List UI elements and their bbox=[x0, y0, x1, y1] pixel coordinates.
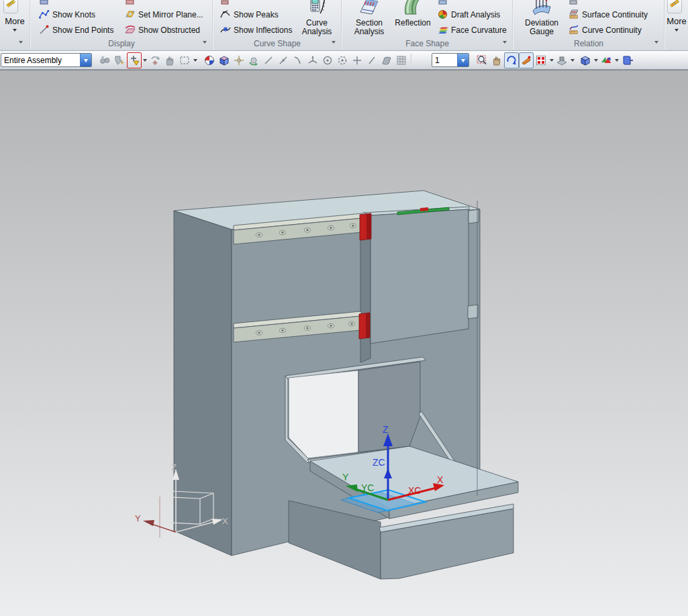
item-label: Curve Analysis bbox=[295, 19, 338, 36]
group-display-caret-icon[interactable] bbox=[203, 41, 207, 46]
filter-arrow-button[interactable] bbox=[112, 52, 127, 68]
work-layer-combo[interactable]: 1 bbox=[432, 53, 469, 67]
selection-filter-caret-icon[interactable] bbox=[142, 52, 148, 68]
partial-icon bbox=[438, 0, 448, 5]
snap-point-on-curve-button[interactable] bbox=[364, 52, 379, 68]
ribbon-item-face-curvature[interactable]: Face Curvature bbox=[438, 23, 507, 36]
book-icon bbox=[621, 54, 633, 66]
rectangle-select-button[interactable] bbox=[177, 52, 192, 68]
rotate-crosshair-icon bbox=[149, 54, 161, 66]
more-left-group-caret-icon[interactable] bbox=[19, 41, 23, 46]
rectangle-select-caret-icon[interactable] bbox=[192, 52, 198, 68]
more-right-gallery-button[interactable] bbox=[667, 0, 682, 13]
pan-button[interactable] bbox=[489, 52, 504, 68]
deviation-gauge-icon bbox=[530, 0, 553, 16]
group-curve-shape-caret-icon[interactable] bbox=[332, 41, 336, 46]
more-right-label[interactable]: More bbox=[665, 16, 688, 26]
ribbon: More Show Knots Show End Points bbox=[0, 0, 688, 51]
top-rail-carriage-red[interactable] bbox=[420, 207, 428, 211]
3d-model-canvas[interactable]: Z X Y Z ZC X XC Y YC bbox=[0, 70, 688, 616]
snap-point-on-curve-icon bbox=[366, 54, 378, 66]
wcs-y-axis[interactable] bbox=[152, 524, 176, 532]
ribbon-group-face-shape: Section Analysis Reflection Draft Analys… bbox=[342, 0, 512, 50]
ribbon-item-curve-continuity[interactable]: Curve Continuity bbox=[569, 23, 642, 36]
snapshot-button[interactable] bbox=[554, 52, 569, 68]
selection-filter-icon bbox=[128, 54, 140, 66]
rotate-handles-button[interactable] bbox=[246, 52, 261, 68]
ribbon-item-show-knots[interactable]: Show Knots bbox=[39, 7, 95, 21]
snap-existing-point-icon bbox=[351, 54, 363, 66]
triad-y-label: Y bbox=[342, 472, 349, 482]
snap-grid-point-button[interactable] bbox=[394, 52, 409, 68]
graphics-window[interactable]: Z X Y Z ZC X XC Y YC bbox=[0, 70, 688, 616]
ribbon-item-show-peaks[interactable]: Show Peaks bbox=[220, 7, 279, 21]
editable-object-display-button[interactable] bbox=[620, 52, 634, 68]
render-style-button[interactable] bbox=[599, 52, 613, 68]
snap-tangent-icon bbox=[307, 54, 319, 66]
snap-arc-end-button[interactable] bbox=[291, 52, 305, 68]
group-face-shape-caret-icon[interactable] bbox=[503, 41, 507, 46]
quick-pick-button[interactable] bbox=[202, 52, 217, 68]
ribbon-item-surface-continuity[interactable]: Surface Continuity bbox=[569, 7, 648, 21]
ribbon-item-show-obstructed[interactable]: Show Obstructed bbox=[125, 23, 200, 36]
ribbon-item-set-mirror-plane[interactable]: Set Mirror Plane... bbox=[125, 7, 203, 21]
snap-mid-point-button[interactable] bbox=[276, 52, 291, 68]
more-left-label[interactable]: More bbox=[0, 16, 30, 26]
section-analysis-icon bbox=[358, 0, 381, 16]
item-label: Show Peaks bbox=[234, 9, 279, 19]
zoom-button[interactable] bbox=[475, 52, 489, 68]
hand-pin-icon bbox=[164, 54, 176, 66]
work-layer-dropdown-icon[interactable] bbox=[457, 54, 469, 66]
snap-end-point-button[interactable] bbox=[261, 52, 276, 68]
item-label: Show Knots bbox=[52, 9, 95, 19]
cabinet-left-face[interactable] bbox=[174, 211, 232, 556]
hand-tool-button[interactable] bbox=[162, 52, 177, 68]
snap-arc-center-button[interactable] bbox=[320, 52, 335, 68]
shaded-display-button[interactable] bbox=[578, 52, 593, 68]
show-inflections-icon bbox=[220, 24, 231, 35]
more-right-caret-icon[interactable] bbox=[675, 29, 679, 34]
render-style-caret-icon[interactable] bbox=[613, 52, 620, 68]
snap-existing-point-button[interactable] bbox=[350, 52, 364, 68]
ribbon-more-right-section: More bbox=[665, 0, 688, 50]
orient-view-button[interactable] bbox=[519, 52, 534, 68]
ribbon-item-show-end-points[interactable]: Show End Points bbox=[39, 23, 113, 36]
snap-point-on-face-button[interactable] bbox=[379, 52, 394, 68]
snapshot-caret-icon[interactable] bbox=[569, 52, 575, 68]
group-label-relation: Relation bbox=[513, 39, 664, 48]
show-knots-icon bbox=[39, 9, 50, 19]
partial-icon bbox=[569, 0, 579, 5]
slider-plate-front-face[interactable] bbox=[371, 209, 469, 344]
group-label-curve-shape: Curve Shape bbox=[213, 39, 341, 48]
more-left-caret-icon[interactable] bbox=[13, 29, 17, 34]
find-component-button[interactable] bbox=[97, 52, 112, 68]
snap-tangent-point-button[interactable] bbox=[305, 52, 320, 68]
partial-icon bbox=[220, 0, 231, 5]
item-label: Surface Continuity bbox=[582, 9, 648, 19]
plate-edge-tab-lower[interactable] bbox=[468, 305, 478, 319]
ribbon-item-show-inflections[interactable]: Show Inflections bbox=[220, 23, 292, 36]
ribbon-more-left-section: More bbox=[0, 0, 30, 50]
ribbon-item-draft-analysis[interactable]: Draft Analysis bbox=[438, 7, 500, 21]
fit-view-caret-icon[interactable] bbox=[548, 52, 554, 68]
more-left-gallery-button[interactable] bbox=[3, 0, 18, 13]
partial-icon bbox=[125, 0, 136, 5]
shaded-display-caret-icon[interactable] bbox=[593, 52, 599, 68]
toolbar-separator bbox=[411, 54, 412, 67]
general-selection-filter-button[interactable] bbox=[127, 52, 142, 68]
selection-scope-combo[interactable]: Entire Assembly bbox=[1, 53, 92, 67]
selection-scope-dropdown-icon[interactable] bbox=[80, 54, 91, 66]
move-handles-button[interactable] bbox=[232, 52, 246, 68]
point-on-face-toggle-button[interactable] bbox=[217, 52, 232, 68]
reflection-icon bbox=[401, 0, 424, 16]
snap-quadrant-point-button[interactable] bbox=[335, 52, 350, 68]
rotate-view-button[interactable] bbox=[504, 52, 519, 68]
fit-view-button[interactable] bbox=[534, 52, 548, 68]
item-label: Draft Analysis bbox=[451, 9, 500, 19]
group-relation-caret-icon[interactable] bbox=[654, 41, 658, 46]
wcs-y-label: Y bbox=[135, 513, 141, 523]
curve-analysis-icon bbox=[307, 0, 327, 16]
opening-bright-face[interactable] bbox=[289, 370, 358, 458]
curve-continuity-icon bbox=[569, 24, 579, 35]
snap-rotate-button[interactable] bbox=[148, 52, 162, 68]
